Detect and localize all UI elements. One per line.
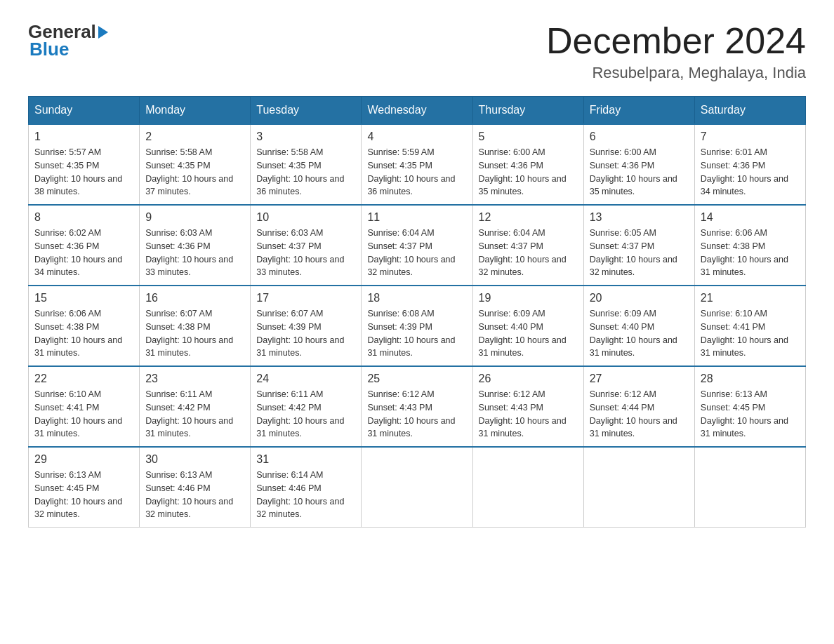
day-number: 24	[256, 373, 355, 385]
weekday-header-saturday: Saturday	[694, 97, 805, 125]
day-info: Sunrise: 6:00 AMSunset: 4:36 PMDaylight:…	[479, 146, 578, 199]
weekday-header-thursday: Thursday	[472, 97, 583, 125]
calendar-cell: 9 Sunrise: 6:03 AMSunset: 4:36 PMDayligh…	[140, 205, 251, 286]
day-number: 18	[367, 292, 466, 304]
day-info: Sunrise: 6:03 AMSunset: 4:36 PMDaylight:…	[145, 227, 244, 279]
weekday-header-sunday: Sunday	[29, 97, 140, 125]
week-row-2: 8 Sunrise: 6:02 AMSunset: 4:36 PMDayligh…	[29, 205, 806, 286]
logo-arrow-icon	[98, 26, 108, 39]
weekday-header-row: SundayMondayTuesdayWednesdayThursdayFrid…	[29, 97, 806, 125]
calendar-cell: 2 Sunrise: 5:58 AMSunset: 4:35 PMDayligh…	[140, 124, 251, 205]
day-info: Sunrise: 6:13 AMSunset: 4:46 PMDaylight:…	[145, 469, 244, 521]
week-row-1: 1 Sunrise: 5:57 AMSunset: 4:35 PMDayligh…	[29, 124, 806, 205]
calendar-cell: 29 Sunrise: 6:13 AMSunset: 4:45 PMDaylig…	[29, 447, 140, 528]
day-info: Sunrise: 6:05 AMSunset: 4:37 PMDaylight:…	[590, 227, 689, 279]
day-info: Sunrise: 6:11 AMSunset: 4:42 PMDaylight:…	[145, 388, 244, 441]
calendar-cell: 5 Sunrise: 6:00 AMSunset: 4:36 PMDayligh…	[472, 124, 583, 205]
day-info: Sunrise: 6:12 AMSunset: 4:43 PMDaylight:…	[367, 388, 466, 441]
day-info: Sunrise: 6:04 AMSunset: 4:37 PMDaylight:…	[367, 227, 466, 279]
day-info: Sunrise: 6:01 AMSunset: 4:36 PMDaylight:…	[701, 146, 800, 199]
calendar-cell: 22 Sunrise: 6:10 AMSunset: 4:41 PMDaylig…	[29, 366, 140, 447]
location-text: Resubelpara, Meghalaya, India	[546, 64, 806, 82]
day-info: Sunrise: 6:09 AMSunset: 4:40 PMDaylight:…	[590, 307, 689, 360]
day-info: Sunrise: 6:13 AMSunset: 4:45 PMDaylight:…	[34, 469, 133, 521]
calendar-cell: 20 Sunrise: 6:09 AMSunset: 4:40 PMDaylig…	[583, 286, 694, 366]
day-number: 6	[590, 130, 689, 143]
day-number: 26	[479, 373, 578, 385]
calendar-cell: 15 Sunrise: 6:06 AMSunset: 4:38 PMDaylig…	[29, 286, 140, 366]
day-info: Sunrise: 6:09 AMSunset: 4:40 PMDaylight:…	[479, 307, 578, 360]
day-number: 2	[145, 130, 244, 143]
day-info: Sunrise: 6:13 AMSunset: 4:45 PMDaylight:…	[701, 388, 800, 441]
calendar-table: SundayMondayTuesdayWednesdayThursdayFrid…	[28, 96, 806, 528]
calendar-cell: 30 Sunrise: 6:13 AMSunset: 4:46 PMDaylig…	[140, 447, 251, 528]
calendar-cell: 6 Sunrise: 6:00 AMSunset: 4:36 PMDayligh…	[583, 124, 694, 205]
day-info: Sunrise: 5:58 AMSunset: 4:35 PMDaylight:…	[256, 146, 355, 199]
day-number: 28	[701, 373, 800, 385]
day-number: 21	[701, 292, 800, 304]
calendar-cell: 18 Sunrise: 6:08 AMSunset: 4:39 PMDaylig…	[362, 286, 472, 366]
calendar-cell: 16 Sunrise: 6:07 AMSunset: 4:38 PMDaylig…	[140, 286, 251, 366]
day-info: Sunrise: 6:07 AMSunset: 4:39 PMDaylight:…	[256, 307, 355, 360]
day-number: 1	[34, 130, 133, 143]
day-number: 11	[367, 211, 466, 224]
weekday-header-tuesday: Tuesday	[251, 97, 362, 125]
day-number: 13	[590, 211, 689, 224]
day-number: 17	[256, 292, 355, 304]
day-number: 7	[701, 130, 800, 143]
day-number: 25	[367, 373, 466, 385]
day-number: 23	[145, 373, 244, 385]
week-row-5: 29 Sunrise: 6:13 AMSunset: 4:45 PMDaylig…	[29, 447, 806, 528]
calendar-cell: 27 Sunrise: 6:12 AMSunset: 4:44 PMDaylig…	[583, 366, 694, 447]
weekday-header-wednesday: Wednesday	[362, 97, 472, 125]
calendar-cell: 31 Sunrise: 6:14 AMSunset: 4:46 PMDaylig…	[251, 447, 362, 528]
calendar-cell: 28 Sunrise: 6:13 AMSunset: 4:45 PMDaylig…	[694, 366, 805, 447]
day-info: Sunrise: 6:07 AMSunset: 4:38 PMDaylight:…	[145, 307, 244, 360]
day-number: 9	[145, 211, 244, 224]
calendar-cell: 7 Sunrise: 6:01 AMSunset: 4:36 PMDayligh…	[694, 124, 805, 205]
logo-blue-text: Blue	[29, 39, 69, 60]
calendar-cell: 21 Sunrise: 6:10 AMSunset: 4:41 PMDaylig…	[694, 286, 805, 366]
calendar-cell: 10 Sunrise: 6:03 AMSunset: 4:37 PMDaylig…	[251, 205, 362, 286]
day-info: Sunrise: 6:00 AMSunset: 4:36 PMDaylight:…	[590, 146, 689, 199]
day-info: Sunrise: 6:14 AMSunset: 4:46 PMDaylight:…	[256, 469, 355, 521]
title-block: December 2024 Resubelpara, Meghalaya, In…	[546, 21, 806, 82]
day-info: Sunrise: 6:02 AMSunset: 4:36 PMDaylight:…	[34, 227, 133, 279]
calendar-cell: 23 Sunrise: 6:11 AMSunset: 4:42 PMDaylig…	[140, 366, 251, 447]
day-info: Sunrise: 6:04 AMSunset: 4:37 PMDaylight:…	[479, 227, 578, 279]
day-number: 31	[256, 453, 355, 466]
week-row-3: 15 Sunrise: 6:06 AMSunset: 4:38 PMDaylig…	[29, 286, 806, 366]
week-row-4: 22 Sunrise: 6:10 AMSunset: 4:41 PMDaylig…	[29, 366, 806, 447]
day-info: Sunrise: 6:03 AMSunset: 4:37 PMDaylight:…	[256, 227, 355, 279]
day-number: 8	[34, 211, 133, 224]
day-number: 10	[256, 211, 355, 224]
calendar-cell: 11 Sunrise: 6:04 AMSunset: 4:37 PMDaylig…	[362, 205, 472, 286]
day-info: Sunrise: 6:12 AMSunset: 4:43 PMDaylight:…	[479, 388, 578, 441]
day-number: 30	[145, 453, 244, 466]
month-title: December 2024	[546, 21, 806, 61]
day-info: Sunrise: 6:12 AMSunset: 4:44 PMDaylight:…	[590, 388, 689, 441]
day-number: 29	[34, 453, 133, 466]
day-info: Sunrise: 5:57 AMSunset: 4:35 PMDaylight:…	[34, 146, 133, 199]
day-info: Sunrise: 6:11 AMSunset: 4:42 PMDaylight:…	[256, 388, 355, 441]
day-number: 15	[34, 292, 133, 304]
page-header: General Blue December 2024 Resubelpara, …	[28, 21, 806, 82]
calendar-cell: 4 Sunrise: 5:59 AMSunset: 4:35 PMDayligh…	[362, 124, 472, 205]
weekday-header-friday: Friday	[583, 97, 694, 125]
calendar-cell: 19 Sunrise: 6:09 AMSunset: 4:40 PMDaylig…	[472, 286, 583, 366]
day-number: 19	[479, 292, 578, 304]
day-number: 16	[145, 292, 244, 304]
calendar-cell: 26 Sunrise: 6:12 AMSunset: 4:43 PMDaylig…	[472, 366, 583, 447]
day-info: Sunrise: 6:06 AMSunset: 4:38 PMDaylight:…	[701, 227, 800, 279]
calendar-cell: 25 Sunrise: 6:12 AMSunset: 4:43 PMDaylig…	[362, 366, 472, 447]
day-info: Sunrise: 5:59 AMSunset: 4:35 PMDaylight:…	[367, 146, 466, 199]
calendar-cell	[472, 447, 583, 528]
day-number: 3	[256, 130, 355, 143]
weekday-header-monday: Monday	[140, 97, 251, 125]
calendar-cell: 17 Sunrise: 6:07 AMSunset: 4:39 PMDaylig…	[251, 286, 362, 366]
day-number: 20	[590, 292, 689, 304]
day-number: 22	[34, 373, 133, 385]
day-info: Sunrise: 6:08 AMSunset: 4:39 PMDaylight:…	[367, 307, 466, 360]
day-info: Sunrise: 5:58 AMSunset: 4:35 PMDaylight:…	[145, 146, 244, 199]
calendar-cell: 24 Sunrise: 6:11 AMSunset: 4:42 PMDaylig…	[251, 366, 362, 447]
